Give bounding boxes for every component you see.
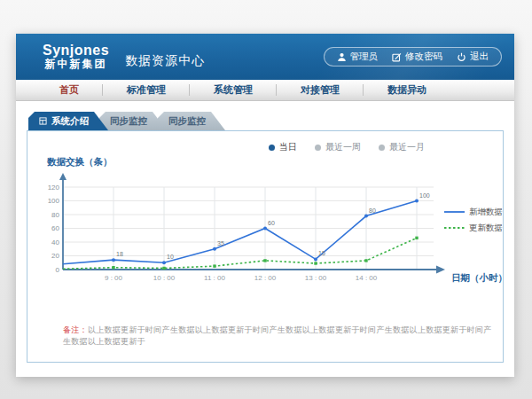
filter-option-label: 最近一周 <box>325 141 361 153</box>
tab-2[interactable]: 同步监控 <box>158 112 225 130</box>
svg-text:12 : 00: 12 : 00 <box>254 274 277 282</box>
radio-selected-icon <box>269 145 275 151</box>
desktop-background: Synjones 新中新集团 数据资源中心 管理员修改密码退出 首页标准管理系统… <box>0 0 532 399</box>
nav-item-0[interactable]: 首页 <box>35 80 103 100</box>
svg-text:0: 0 <box>56 266 60 274</box>
main-nav: 首页标准管理系统管理对接管理数据异动 <box>16 80 514 101</box>
svg-text:9 : 00: 9 : 00 <box>105 274 123 282</box>
svg-text:80: 80 <box>369 207 376 214</box>
document-icon <box>39 117 47 125</box>
svg-text:120: 120 <box>48 184 60 192</box>
content-area: 系统介绍同步监控同步监控 当日最近一周最近一月 数据交换（条） 02040608… <box>16 101 514 363</box>
filter-option-2[interactable]: 最近一月 <box>379 140 425 154</box>
user-action-logout[interactable]: 退出 <box>457 51 489 63</box>
edit-icon <box>392 52 402 62</box>
svg-text:20: 20 <box>51 252 59 260</box>
content-panel: 当日最近一周最近一月 数据交换（条） 0204060801001209 : 00… <box>27 130 504 363</box>
line-chart: 0204060801001209 : 0010 : 0011 : 0012 : … <box>36 170 508 310</box>
svg-text:18: 18 <box>116 251 123 257</box>
chart-y-axis-label: 数据交换（条） <box>47 156 494 168</box>
footnote-prefix: 备注： <box>63 325 88 334</box>
svg-text:60: 60 <box>51 224 59 232</box>
svg-text:11 : 00: 11 : 00 <box>204 274 225 282</box>
filter-option-1[interactable]: 最近一周 <box>315 140 361 154</box>
tab-label: 同步监控 <box>168 115 206 128</box>
tab-0[interactable]: 系统介绍 <box>28 112 108 130</box>
tab-label: 系统介绍 <box>51 115 89 128</box>
svg-text:15: 15 <box>318 250 325 256</box>
svg-text:40: 40 <box>51 239 59 246</box>
user-action-label: 退出 <box>470 51 489 63</box>
svg-text:60: 60 <box>268 220 275 226</box>
user-action-current-user[interactable]: 管理员 <box>337 51 379 63</box>
nav-item-4[interactable]: 数据异动 <box>364 80 450 100</box>
user-action-change-password[interactable]: 修改密码 <box>392 51 442 63</box>
time-filter-group: 当日最近一周最近一月 <box>36 137 494 154</box>
svg-text:80: 80 <box>51 211 59 219</box>
legend-series-1: 更新数据 <box>469 223 503 232</box>
brand-logo: Synjones 新中新集团 <box>43 43 109 69</box>
svg-text:100: 100 <box>48 197 60 205</box>
user-actions-group: 管理员修改密码退出 <box>324 47 503 66</box>
svg-text:14 : 00: 14 : 00 <box>356 274 378 282</box>
filter-option-label: 最近一月 <box>389 141 425 153</box>
nav-item-3[interactable]: 对接管理 <box>277 80 364 100</box>
tab-label: 同步监控 <box>110 115 147 128</box>
logo-wordmark: Synjones <box>43 43 109 59</box>
user-action-label: 修改密码 <box>405 51 442 63</box>
tabs-row: 系统介绍同步监控同步监控 <box>27 112 504 130</box>
svg-text:10: 10 <box>167 254 174 260</box>
browser-page: Synjones 新中新集团 数据资源中心 管理员修改密码退出 首页标准管理系统… <box>16 34 514 377</box>
tab-1[interactable]: 同步监控 <box>99 112 167 130</box>
svg-text:13 : 00: 13 : 00 <box>305 274 327 282</box>
svg-text:35: 35 <box>217 240 224 246</box>
user-action-label: 管理员 <box>350 51 379 63</box>
radio-unselected-icon <box>379 145 385 151</box>
radio-unselected-icon <box>315 145 321 151</box>
svg-text:10 : 00: 10 : 00 <box>153 274 176 282</box>
footnote-text: 以上数据更新于时间产生数据以上数据更新于时间产生数据以上数据更新于时间产生数据以… <box>63 325 492 346</box>
filter-option-label: 当日 <box>279 141 297 153</box>
footnote: 备注：以上数据更新于时间产生数据以上数据更新于时间产生数据以上数据更新于时间产生… <box>63 325 494 348</box>
logo-company-name: 新中新集团 <box>43 59 109 70</box>
app-title: 数据资源中心 <box>125 53 205 69</box>
filter-option-0[interactable]: 当日 <box>269 140 297 154</box>
app-header: Synjones 新中新集团 数据资源中心 管理员修改密码退出 <box>16 34 514 80</box>
svg-text:100: 100 <box>419 192 430 199</box>
nav-item-1[interactable]: 标准管理 <box>103 80 190 100</box>
user-icon <box>337 52 347 62</box>
nav-item-2[interactable]: 系统管理 <box>190 80 277 100</box>
legend-series-0: 新增数据 <box>469 207 503 216</box>
chart-x-axis-label: 日期（小时） <box>451 272 507 284</box>
power-icon <box>457 52 466 62</box>
